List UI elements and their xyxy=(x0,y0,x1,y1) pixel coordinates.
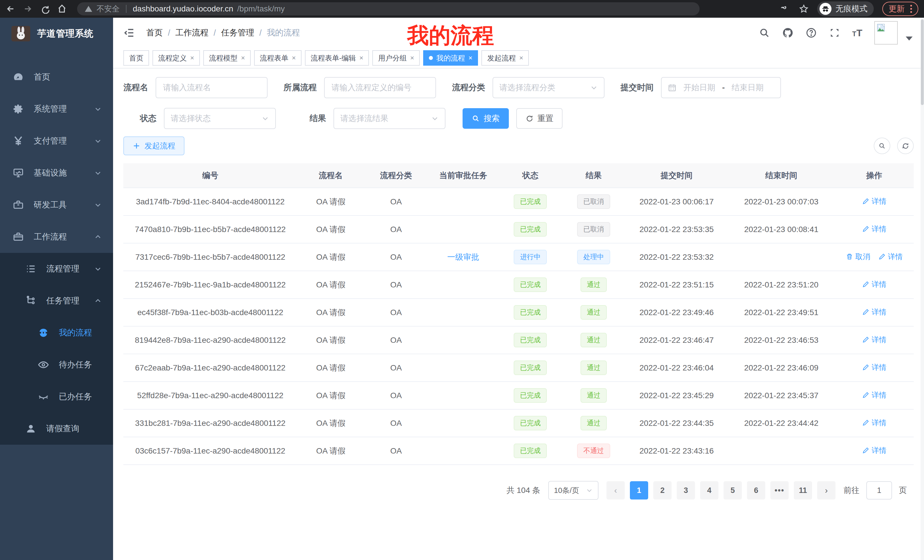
sidebar-item-leave-query[interactable]: 请假查询 xyxy=(0,413,113,445)
tab-user-group[interactable]: 用户分组× xyxy=(372,50,420,66)
page-button-4[interactable]: 4 xyxy=(700,481,718,500)
search-icon[interactable] xyxy=(759,27,770,39)
sidebar-item-process-mgmt[interactable]: 流程管理 xyxy=(0,253,113,285)
reset-button[interactable]: 重置 xyxy=(516,108,562,129)
forward-icon[interactable] xyxy=(23,4,33,14)
detail-link[interactable]: 详情 xyxy=(862,418,886,428)
app-logo-row: 芋道管理系统 xyxy=(0,18,113,49)
submit-time-range-picker[interactable]: 开始日期 - 结束日期 xyxy=(661,77,781,98)
page-button-2[interactable]: 2 xyxy=(653,481,672,500)
next-page-button[interactable]: › xyxy=(817,481,836,500)
tab-process-form-edit[interactable]: 流程表单-编辑× xyxy=(305,50,369,66)
cancel-link[interactable]: 取消 xyxy=(846,252,870,262)
breadcrumb-home[interactable]: 首页 xyxy=(146,27,163,39)
home-icon[interactable] xyxy=(57,4,67,14)
tab-process-definition[interactable]: 流程定义× xyxy=(153,50,200,66)
detail-link[interactable]: 详情 xyxy=(862,224,886,234)
show-search-button[interactable] xyxy=(874,138,890,154)
cell-end-time: 2022-01-22 23:44:42 xyxy=(728,409,835,437)
status-select[interactable]: 请选择状态 xyxy=(164,108,276,129)
page-button-5[interactable]: 5 xyxy=(723,481,742,500)
sidebar-item-todo-tasks[interactable]: 待办任务 xyxy=(0,349,113,381)
process-category-select[interactable]: 请选择流程分类 xyxy=(492,77,604,98)
sidebar-item-home[interactable]: 首页 xyxy=(0,61,113,93)
tab-close-icon[interactable]: × xyxy=(292,54,296,61)
detail-link[interactable]: 详情 xyxy=(862,196,886,207)
tab-close-icon[interactable]: × xyxy=(241,54,245,61)
password-key-icon[interactable] xyxy=(781,4,790,14)
sidebar-item-system[interactable]: 系统管理 xyxy=(0,93,113,125)
page-scrollbar[interactable] xyxy=(921,18,924,560)
tab-close-icon[interactable]: × xyxy=(468,54,472,61)
process-definition-input[interactable] xyxy=(324,77,436,98)
cell-name: OA 请假 xyxy=(297,409,364,437)
tab-label: 首页 xyxy=(129,53,143,63)
tab-label: 流程表单-编辑 xyxy=(310,53,356,63)
sidebar-item-done-tasks[interactable]: 已办任务 xyxy=(0,381,113,413)
search-button[interactable]: 搜索 xyxy=(463,108,509,129)
cell-id: 819442e8-7b9a-11ec-a290-acde48001122 xyxy=(123,326,297,354)
detail-link[interactable]: 详情 xyxy=(862,446,886,455)
tab-close-icon[interactable]: × xyxy=(519,54,523,61)
update-button[interactable]: 更新 xyxy=(882,2,918,16)
page-ellipsis[interactable]: ••• xyxy=(770,481,789,500)
tab-process-form[interactable]: 流程表单× xyxy=(254,50,302,66)
sidebar-item-label: 基础设施 xyxy=(34,167,67,179)
sidebar-item-infrastructure[interactable]: 基础设施 xyxy=(0,157,113,189)
reload-icon[interactable] xyxy=(40,4,50,14)
page-button-11[interactable]: 11 xyxy=(794,481,812,500)
process-name-input[interactable] xyxy=(156,77,267,98)
cell-status: 已完成 xyxy=(499,298,562,326)
result-select[interactable]: 请选择流结果 xyxy=(333,108,446,129)
sidebar-fold-icon[interactable] xyxy=(123,27,135,39)
detail-link[interactable]: 详情 xyxy=(862,335,886,345)
create-process-button[interactable]: 发起流程 xyxy=(123,136,184,155)
main-area: 首页 / 工作流程 / 任务管理 / 我的流程 我的流程 TT xyxy=(113,18,924,560)
tab-close-icon[interactable]: × xyxy=(359,54,363,61)
fullscreen-icon[interactable] xyxy=(829,27,840,39)
tab-home[interactable]: 首页 xyxy=(123,50,149,66)
sidebar-item-devtools[interactable]: 研发工具 xyxy=(0,189,113,221)
breadcrumb-workflow[interactable]: 工作流程 xyxy=(176,27,208,39)
tab-close-icon[interactable]: × xyxy=(190,54,194,61)
detail-link[interactable]: 详情 xyxy=(862,307,886,317)
task-link[interactable]: 一级审批 xyxy=(447,253,479,262)
breadcrumb-task-mgmt[interactable]: 任务管理 xyxy=(221,27,254,39)
page-button-6[interactable]: 6 xyxy=(747,481,765,500)
avatar[interactable] xyxy=(874,21,898,45)
prev-page-button[interactable]: ‹ xyxy=(606,481,625,500)
search-button-label: 搜索 xyxy=(484,113,500,124)
detail-link[interactable]: 详情 xyxy=(862,279,886,289)
tab-process-model[interactable]: 流程模型× xyxy=(203,50,251,66)
detail-link[interactable]: 详情 xyxy=(862,362,886,373)
sidebar-item-payment[interactable]: 支付管理 xyxy=(0,125,113,157)
page-button-3[interactable]: 3 xyxy=(677,481,695,500)
help-icon[interactable] xyxy=(806,27,817,39)
url-bar[interactable]: 不安全 dashboard.yudao.iocoder.cn/bpm/task/… xyxy=(77,2,700,15)
sidebar-item-my-process[interactable]: 我的流程 xyxy=(0,317,113,349)
bookmark-star-icon[interactable] xyxy=(799,4,808,14)
refresh-table-button[interactable] xyxy=(897,138,914,154)
tab-close-icon[interactable]: × xyxy=(410,54,414,61)
detail-link[interactable]: 详情 xyxy=(862,390,886,400)
sidebar-item-workflow[interactable]: 工作流程 xyxy=(0,221,113,253)
jump-page-input[interactable] xyxy=(866,481,892,500)
edit-icon xyxy=(878,253,886,260)
edit-icon xyxy=(862,225,870,233)
page-size-select[interactable]: 10条/页 xyxy=(548,481,598,500)
cell-end-time: 2022-01-23 00:07:03 xyxy=(728,188,835,216)
detail-link[interactable]: 详情 xyxy=(878,252,903,262)
tree-icon xyxy=(25,295,36,307)
caret-down-icon[interactable] xyxy=(906,36,913,40)
back-icon[interactable] xyxy=(6,4,15,14)
chrome-menu-icon[interactable] xyxy=(910,5,912,13)
tab-start-process[interactable]: 发起流程× xyxy=(482,50,529,66)
scrollbar-thumb[interactable] xyxy=(921,19,924,105)
sidebar-item-task-mgmt[interactable]: 任务管理 xyxy=(0,285,113,317)
page-button-1[interactable]: 1 xyxy=(630,481,648,500)
incognito-indicator[interactable]: 无痕模式 xyxy=(817,1,874,16)
cell-id: 3ad174fb-7b9d-11ec-8404-acde48001122 xyxy=(123,188,297,216)
github-icon[interactable] xyxy=(782,27,794,39)
font-size-icon[interactable]: TT xyxy=(852,27,862,39)
tab-my-process[interactable]: 我的流程× xyxy=(423,50,478,66)
